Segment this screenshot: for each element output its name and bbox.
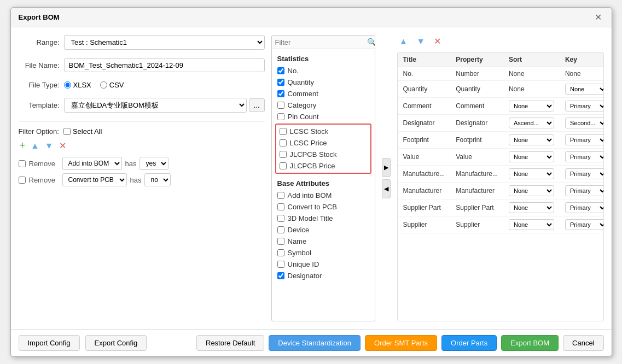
- row-2-sort-select[interactable]: NoneAscend...Descend...: [509, 101, 554, 111]
- stat-checkbox-comment[interactable]: [277, 90, 284, 97]
- row-8-key-select[interactable]: NonePrimarySecond...: [565, 202, 604, 213]
- stat-item-jlcpcb-stock[interactable]: JLCPCB Stock: [276, 149, 370, 160]
- right-up-button[interactable]: ▲: [397, 36, 410, 48]
- base-checkbox-name[interactable]: [277, 238, 284, 245]
- table-row: ValueValueNoneAscend...Descend...NonePri…: [398, 149, 604, 166]
- filter-up-button[interactable]: ▲: [30, 139, 40, 152]
- row-9-sort-select[interactable]: NoneAscend...Descend...: [509, 219, 554, 230]
- row-3-sort-select[interactable]: NoneAscend...Descend...: [509, 118, 554, 128]
- order-smt-button[interactable]: Order SMT Parts: [365, 335, 437, 351]
- collapse-area: ▶ ◀: [382, 35, 391, 321]
- base-item-add-bom[interactable]: Add into BOM: [274, 190, 373, 201]
- csv-radio[interactable]: [100, 81, 107, 89]
- row-4-key-select[interactable]: NonePrimarySecond...: [565, 134, 604, 145]
- filter-delete-button[interactable]: ✕: [58, 139, 67, 152]
- row-7-key-select[interactable]: NonePrimarySecond...: [565, 185, 604, 196]
- range-select[interactable]: Test : Schematic1: [64, 35, 265, 50]
- stat-item-pincount[interactable]: Pin Count: [274, 111, 373, 122]
- base-item-device[interactable]: Device: [274, 224, 373, 236]
- stat-checkbox-jlcpcb-stock[interactable]: [280, 151, 287, 158]
- order-parts-button[interactable]: Order Parts: [441, 335, 497, 351]
- row-6-key-select[interactable]: NonePrimarySecond...: [565, 168, 604, 179]
- row-2-key-select[interactable]: NonePrimarySecond...: [565, 101, 604, 111]
- row-6-sort-select[interactable]: NoneAscend...Descend...: [509, 168, 554, 179]
- row-5-key-select[interactable]: NonePrimarySecond...: [565, 151, 604, 162]
- filename-input[interactable]: [64, 58, 265, 72]
- right-delete-button[interactable]: ✕: [432, 35, 443, 48]
- stat-item-comment[interactable]: Comment: [274, 88, 373, 99]
- stat-label-lcsc-stock: LCSC Stock: [290, 127, 329, 136]
- stat-item-lcsc-stock[interactable]: LCSC Stock: [276, 126, 370, 137]
- stat-item-jlcpcb-price[interactable]: JLCPCB Price: [276, 160, 370, 172]
- stat-item-category[interactable]: Category: [274, 99, 373, 111]
- base-item-3d-model[interactable]: 3D Model Title: [274, 213, 373, 224]
- select-all-label[interactable]: Select All: [63, 127, 102, 136]
- stat-item-lcsc-price[interactable]: LCSC Price: [276, 137, 370, 149]
- stat-checkbox-lcsc-stock[interactable]: [280, 128, 287, 135]
- base-item-convert-pcb[interactable]: Convert to PCB: [274, 201, 373, 213]
- filter-row-0-select2[interactable]: yes: [139, 157, 168, 170]
- row-8-sort: NoneAscend...Descend...: [503, 199, 560, 216]
- base-checkbox-unique-id[interactable]: [277, 261, 284, 268]
- base-checkbox-symbol[interactable]: [277, 249, 284, 256]
- template-more-button[interactable]: ...: [249, 98, 265, 112]
- csv-radio-label[interactable]: CSV: [100, 81, 124, 89]
- filter-row-1-checkbox[interactable]: [19, 177, 26, 184]
- stat-item-no[interactable]: No.: [274, 65, 373, 77]
- template-select[interactable]: 嘉立创EDA专业版BOM模板: [64, 98, 247, 113]
- row-9-sort: NoneAscend...Descend...: [503, 216, 560, 233]
- cancel-button[interactable]: Cancel: [563, 335, 603, 351]
- table-row: CommentCommentNoneAscend...Descend...Non…: [398, 98, 604, 115]
- stat-item-quantity[interactable]: Quantity: [274, 77, 373, 88]
- base-checkbox-designator[interactable]: [277, 272, 284, 279]
- table-header-row: Title Property Sort Key: [398, 52, 604, 67]
- base-item-unique-id[interactable]: Unique ID: [274, 259, 373, 270]
- table-row: No.NumberNoneNone: [398, 67, 604, 81]
- table-row: Supplier PartSupplier PartNoneAscend...D…: [398, 199, 604, 216]
- stat-checkbox-no[interactable]: [277, 67, 284, 74]
- row-3-property: Designator: [450, 115, 503, 132]
- filter-row-0-checkbox[interactable]: [19, 160, 26, 167]
- middle-filter-input[interactable]: [275, 38, 367, 46]
- xlsx-radio[interactable]: [64, 81, 71, 89]
- restore-default-button[interactable]: Restore Default: [196, 335, 264, 351]
- right-down-button[interactable]: ▼: [414, 36, 427, 48]
- base-label-device: Device: [288, 226, 310, 234]
- collapse-right-button[interactable]: ▶: [382, 158, 391, 177]
- export-bom-button[interactable]: Export BOM: [501, 335, 559, 351]
- stat-checkbox-lcsc-price[interactable]: [280, 139, 287, 146]
- base-item-symbol[interactable]: Symbol: [274, 247, 373, 259]
- filter-down-button[interactable]: ▼: [44, 139, 55, 152]
- close-button[interactable]: ✕: [592, 12, 604, 22]
- stat-label-no: No.: [288, 67, 299, 75]
- row-3-key-select[interactable]: NonePrimarySecond...: [565, 118, 604, 128]
- import-config-button[interactable]: Import Config: [19, 335, 80, 351]
- base-checkbox-device[interactable]: [277, 226, 284, 233]
- stat-checkbox-jlcpcb-price[interactable]: [280, 162, 287, 169]
- row-4-sort-select[interactable]: NoneAscend...Descend...: [509, 134, 554, 145]
- filter-row-1-select1[interactable]: Convert to PCB: [62, 173, 127, 186]
- filter-row-1-select2[interactable]: no: [144, 173, 171, 186]
- base-checkbox-add-bom[interactable]: [277, 192, 284, 199]
- stat-checkbox-category[interactable]: [277, 102, 284, 109]
- row-5-sort-select[interactable]: NoneAscend...Descend...: [509, 151, 554, 162]
- base-checkbox-3d-model[interactable]: [277, 215, 284, 222]
- collapse-left-button[interactable]: ◀: [382, 179, 391, 198]
- row-1-key-select[interactable]: NonePrimarySecond...: [565, 84, 604, 95]
- base-item-name[interactable]: Name: [274, 236, 373, 247]
- xlsx-radio-label[interactable]: XLSX: [64, 81, 91, 89]
- template-label: Template:: [19, 101, 60, 109]
- select-all-checkbox[interactable]: [63, 128, 71, 135]
- base-checkbox-convert-pcb[interactable]: [277, 203, 284, 210]
- row-9-key-select[interactable]: NonePrimarySecond...: [565, 219, 604, 230]
- base-item-designator[interactable]: Designator: [274, 270, 373, 281]
- filter-row-0-select1[interactable]: Add into BOM: [62, 157, 122, 170]
- stat-checkbox-quantity[interactable]: [277, 79, 284, 86]
- filter-add-button[interactable]: +: [19, 139, 27, 152]
- device-std-button[interactable]: Device Standardization: [269, 335, 361, 351]
- stat-checkbox-pincount[interactable]: [277, 113, 284, 120]
- row-8-sort-select[interactable]: NoneAscend...Descend...: [509, 202, 554, 213]
- row-7-sort-select[interactable]: NoneAscend...Descend...: [509, 185, 554, 196]
- export-config-button[interactable]: Export Config: [85, 335, 147, 351]
- filename-row: File Name:: [19, 58, 265, 72]
